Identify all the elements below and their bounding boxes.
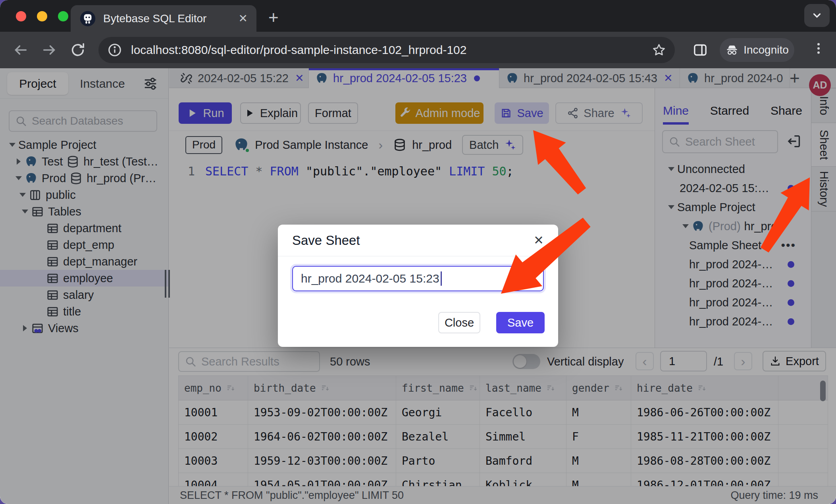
incognito-icon (725, 43, 739, 57)
zoom-window-button[interactable] (58, 11, 68, 21)
incognito-badge: Incognito (720, 38, 794, 62)
reload-icon[interactable] (70, 42, 86, 58)
browser-window: Bytebase SQL Editor ✕ + loc (0, 0, 836, 504)
browser-menu-icon[interactable] (811, 41, 826, 59)
bytebase-favicon-icon (79, 10, 96, 27)
modal-footer: Close Save (438, 312, 545, 333)
bookmark-star-icon[interactable] (652, 43, 666, 57)
close-tab-icon[interactable]: ✕ (239, 12, 248, 25)
side-panel-icon[interactable] (692, 42, 708, 58)
browser-tab-strip: Bytebase SQL Editor ✕ + (0, 0, 836, 32)
forward-icon[interactable] (41, 42, 57, 58)
tab-list-chevron-button[interactable] (804, 4, 830, 27)
close-window-button[interactable] (16, 11, 26, 21)
modal-header: Save Sheet ✕ (278, 225, 558, 256)
save-sheet-modal: Save Sheet ✕ hr_prod 2024-02-05 15:23 Cl… (278, 225, 558, 347)
text-caret (441, 271, 442, 286)
new-tab-button[interactable]: + (268, 6, 279, 29)
screen: Bytebase SQL Editor ✕ + loc (0, 0, 836, 504)
browser-tab[interactable]: Bytebase SQL Editor ✕ (71, 5, 256, 32)
modal-title: Save Sheet (292, 233, 360, 248)
site-info-icon[interactable] (107, 42, 122, 58)
incognito-label: Incognito (744, 44, 789, 56)
modal-close-icon[interactable]: ✕ (534, 233, 544, 248)
minimize-window-button[interactable] (37, 11, 47, 21)
browser-tab-title: Bytebase SQL Editor (103, 12, 239, 25)
sheet-name-value: hr_prod 2024-02-05 15:23 (301, 272, 439, 285)
window-controls (16, 11, 68, 21)
sheet-name-input[interactable]: hr_prod 2024-02-05 15:23 (292, 266, 544, 291)
browser-toolbar: localhost:8080/sql-editor/prod-sample-in… (0, 32, 836, 68)
url-bar[interactable]: localhost:8080/sql-editor/prod-sample-in… (98, 37, 675, 63)
modal-save-button[interactable]: Save (496, 312, 545, 333)
back-icon[interactable] (13, 42, 29, 58)
url-text[interactable]: localhost:8080/sql-editor/prod-sample-in… (131, 43, 652, 57)
modal-close-button[interactable]: Close (438, 312, 480, 333)
bytebase-app: Project Instance Search Databases Sample… (0, 68, 836, 504)
